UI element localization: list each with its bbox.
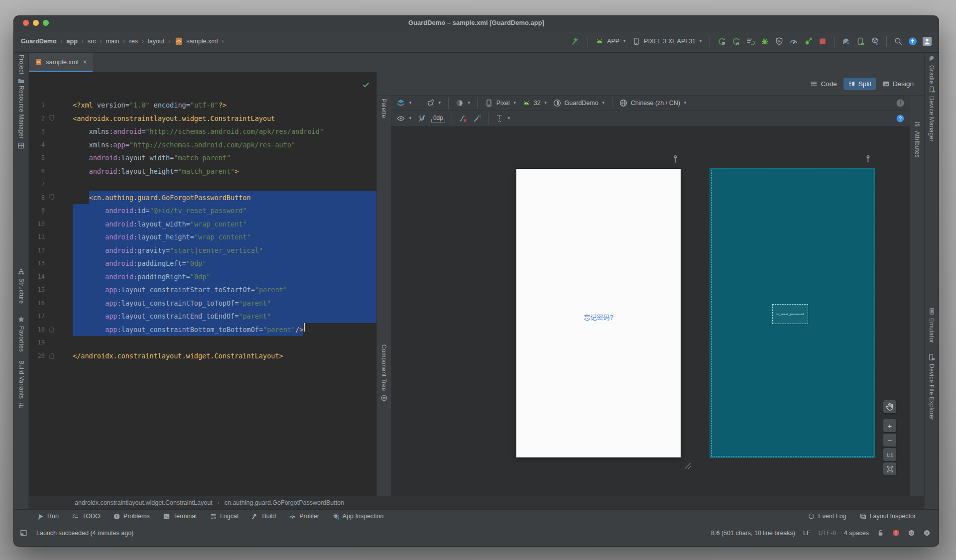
attach-debugger-button[interactable] [804,37,813,46]
zoom-actual-button[interactable]: 1:1 [883,448,896,461]
update-available-button[interactable] [908,37,917,46]
breadcrumb-item[interactable]: GuardDemo [21,38,57,45]
encoding-widget[interactable]: UTF-8 [819,530,836,537]
tab-attributes[interactable]: Attributes [910,120,924,158]
build-button[interactable] [572,37,581,46]
tool-window-toggle-icon[interactable] [20,529,27,537]
apply-code-changes-button[interactable]: A [731,37,740,46]
stripe-item-device-file-explorer[interactable]: Device File Explorer [925,353,939,420]
toolwindow-event-log[interactable]: Event Log [808,513,846,520]
sdk-manager-button[interactable] [870,37,879,46]
resize-handle-icon[interactable] [683,461,692,472]
search-everywhere-button[interactable] [894,37,903,46]
blueprint-preview-screen[interactable]: tv_reset_password [710,169,874,457]
breadcrumb-item[interactable]: layout [148,38,164,45]
clear-constraints-button[interactable] [459,114,468,123]
profile-shield-icon [775,37,784,46]
device-select[interactable]: PIXEL 3 XL API 31▼ [632,37,703,46]
gradle-sync-button[interactable] [841,37,850,46]
caret-position-widget[interactable]: 8:6 (501 chars, 10 line breaks) [711,530,795,537]
rerun-button[interactable] [746,37,755,46]
minimize-window-button[interactable] [33,20,39,26]
tab-component-tree[interactable]: Component Tree [377,344,391,402]
stop-button[interactable] [818,37,827,46]
xml-breadcrumb-item[interactable]: cn.authing.guard.GoForgotPasswordButton [225,499,344,506]
infer-constraints-button[interactable] [473,114,481,123]
design-surface-select[interactable]: ▼ [396,99,412,108]
toolwindow-todo[interactable]: TODO [72,513,100,520]
toolwindow-profiler[interactable]: Profiler [289,513,319,520]
stripe-item-favorites[interactable]: Favorites [14,316,28,352]
run-configuration-select[interactable]: APP▼ [595,37,626,46]
zoom-out-button[interactable]: − [883,434,896,447]
close-window-button[interactable] [23,20,29,26]
inspections-ok-icon[interactable] [361,80,370,89]
view-options[interactable]: ▼ [396,114,412,123]
night-mode-select[interactable]: ▼ [455,99,471,108]
chevron-down-icon: ▼ [622,39,626,43]
preview-device-select[interactable]: Pixel▼ [484,99,517,108]
error-red-icon[interactable] [892,529,900,537]
stripe-item-project[interactable]: Project [14,55,28,85]
theme-select[interactable]: GuardDemo▼ [553,99,605,108]
close-tab-icon[interactable]: × [83,58,87,66]
autoconnect-toggle[interactable] [417,114,426,123]
indent-widget[interactable]: 4 spaces [844,530,869,537]
zoom-fit-button[interactable] [883,462,896,475]
profile-button[interactable] [775,37,784,46]
avd-manager-button[interactable] [856,37,865,46]
code-editor[interactable]: 1<?xml version="1.0" encoding="utf-8"?>2… [29,72,376,496]
todo-icon [72,513,79,520]
account-avatar[interactable] [923,37,932,46]
toolwindow-run[interactable]: Run [37,513,59,520]
api-version-select[interactable]: 32▼ [522,99,548,108]
xml-breadcrumb-item[interactable]: androidx.constraintlayout.widget.Constra… [75,499,213,506]
design-canvas[interactable]: 忘记密码? tv_reset_password [391,126,910,496]
lock-open-icon[interactable] [877,529,884,537]
stripe-item-build-variants[interactable]: Build Variants [14,360,28,409]
stripe-item-device-manager[interactable]: Device Manager [925,86,939,142]
stripe-item-resource-manager[interactable]: Resource Manager [14,86,28,149]
default-margin[interactable]: 0dp [431,114,445,122]
gray-exclaim-icon[interactable] [896,99,905,108]
pan-hand-button[interactable] [883,400,896,413]
toolwindow-app-inspection[interactable]: App Inspection [332,513,384,520]
orientation-select[interactable]: ▼ [426,99,442,108]
smile-icon[interactable] [908,529,915,537]
debug-button[interactable] [760,37,769,46]
tab-palette[interactable]: Palette [377,99,391,118]
code-line: 3 xmlns:android="http://schemas.android.… [29,125,376,138]
breadcrumb-item[interactable]: src [88,38,96,45]
selected-component[interactable]: tv_reset_password [772,304,808,324]
zoom-in-button[interactable]: + [883,419,896,432]
toolwindow-build[interactable]: Build [251,513,276,520]
toolwindow-problems[interactable]: Problems [113,513,150,520]
toolwindow-logcat[interactable]: Logcat [210,513,239,520]
profiler-button[interactable] [789,37,798,46]
stripe-item-gradle[interactable]: Gradle [925,55,939,84]
pack-select[interactable]: ▼ [495,114,511,123]
code-line: 17 app:layout_constraintEnd_toEndOf="par… [29,310,376,323]
tab-sample-xml[interactable]: <> sample.xml × [29,53,93,72]
stripe-item-structure[interactable]: Structure [14,268,28,304]
help-blue-icon[interactable]: ? [896,114,905,123]
stripe-item-emulator[interactable]: Emulator [925,308,939,343]
breadcrumb-item[interactable]: <>sample.xml [174,37,218,46]
run-button[interactable] [717,37,726,46]
view-mode-design[interactable]: Design [878,78,918,90]
title-bar[interactable]: GuardDemo – sample.xml [GuardDemo.app] [14,16,939,30]
frown-icon[interactable] [923,529,931,537]
line-ending-widget[interactable]: LF [803,530,811,537]
gradle-elephant-icon [928,55,936,62]
zoom-window-button[interactable] [43,20,49,26]
breadcrumb-item[interactable]: res [129,38,138,45]
breadcrumb-item[interactable]: main [106,38,119,45]
toolwindow-terminal[interactable]: Terminal [163,513,197,520]
design-preview-screen[interactable]: 忘记密码? [516,169,681,457]
locale-select[interactable]: Chinese (zh / CN)▼ [619,99,687,108]
breadcrumb-item[interactable]: app [67,38,78,45]
toolwindow-layout-inspector[interactable]: Layout Inspector [859,513,916,520]
view-mode-code[interactable]: Code [806,78,841,90]
forgot-password-link[interactable]: 忘记密码? [516,312,681,322]
view-mode-split[interactable]: Split [843,78,876,90]
